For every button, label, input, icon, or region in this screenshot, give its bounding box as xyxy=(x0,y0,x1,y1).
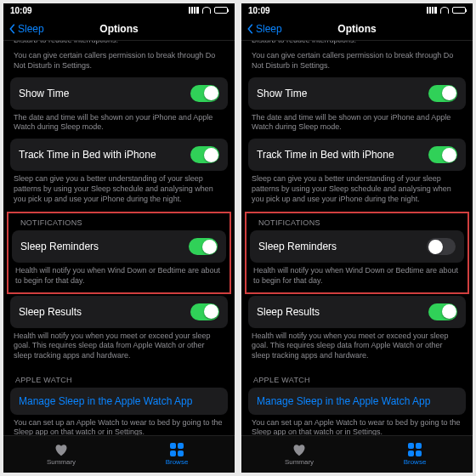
sleep-results-label: Sleep Results xyxy=(19,306,82,318)
track-time-desc: Sleep can give you a better understandin… xyxy=(241,171,473,210)
phone-right: 10:09 Sleep Options screen at your sched… xyxy=(241,3,473,473)
show-time-toggle[interactable] xyxy=(190,85,219,102)
scroll-area[interactable]: screen at your scheduled Bedtime. It wil… xyxy=(3,41,235,435)
sleep-reminders-label: Sleep Reminders xyxy=(258,241,337,252)
signal-icon xyxy=(427,7,437,14)
intro-text-1: screen at your scheduled Bedtime. It wil… xyxy=(3,41,235,51)
apple-watch-header: APPLE WATCH xyxy=(3,367,235,388)
chevron-left-icon xyxy=(8,24,16,34)
sleep-results-row: Sleep Results xyxy=(10,296,228,328)
chevron-left-icon xyxy=(246,24,254,34)
notifications-header: NOTIFICATIONS xyxy=(8,215,230,230)
show-time-toggle[interactable] xyxy=(428,85,457,102)
page-title: Options xyxy=(337,23,376,35)
highlight-box: NOTIFICATIONS Sleep Reminders Health wil… xyxy=(7,212,231,293)
battery-icon xyxy=(214,7,228,14)
back-label: Sleep xyxy=(18,23,44,35)
track-time-row: Track Time in Bed with iPhone xyxy=(248,139,466,171)
status-time: 10:09 xyxy=(248,6,270,15)
status-time: 10:09 xyxy=(10,6,32,15)
tab-summary-label: Summary xyxy=(285,458,314,466)
back-button[interactable]: Sleep xyxy=(8,17,44,40)
tab-bar: Summary Browse xyxy=(241,435,473,473)
manage-watch-desc: You can set up an Apple Watch to wear to… xyxy=(241,415,473,435)
phone-left: 10:09 Sleep Options screen at your sched… xyxy=(3,3,235,473)
intro-text-1: screen at your scheduled Bedtime. It wil… xyxy=(241,41,473,51)
notifications-header: NOTIFICATIONS xyxy=(246,215,468,230)
track-time-label: Track Time in Bed with iPhone xyxy=(257,149,394,161)
manage-watch-link: Manage Sleep in the Apple Watch App xyxy=(19,395,192,407)
tab-summary[interactable]: Summary xyxy=(241,436,357,473)
track-time-toggle[interactable] xyxy=(190,146,219,163)
tab-browse-label: Browse xyxy=(404,458,427,466)
grid-icon xyxy=(408,443,422,456)
sleep-reminders-label: Sleep Reminders xyxy=(20,241,99,252)
highlight-box: NOTIFICATIONS Sleep Reminders Health wil… xyxy=(245,212,469,293)
nav-bar: Sleep Options xyxy=(241,17,473,41)
status-bar: 10:09 xyxy=(241,3,473,17)
manage-watch-row[interactable]: Manage Sleep in the Apple Watch App xyxy=(248,388,466,415)
track-time-toggle[interactable] xyxy=(428,146,457,163)
nav-bar: Sleep Options xyxy=(3,17,235,41)
tab-browse[interactable]: Browse xyxy=(357,436,473,473)
tab-bar: Summary Browse xyxy=(3,435,235,473)
signal-icon xyxy=(189,7,199,14)
wifi-icon xyxy=(440,7,449,14)
show-time-row: Show Time xyxy=(248,77,466,110)
tab-summary[interactable]: Summary xyxy=(3,436,119,473)
manage-watch-row[interactable]: Manage Sleep in the Apple Watch App xyxy=(10,388,228,415)
sleep-reminders-desc: Health will notify you when Wind Down or… xyxy=(246,263,468,292)
heart-icon xyxy=(292,443,307,456)
sleep-reminders-row: Sleep Reminders xyxy=(12,230,226,263)
scroll-area[interactable]: screen at your scheduled Bedtime. It wil… xyxy=(241,41,473,435)
sleep-results-row: Sleep Results xyxy=(248,296,466,328)
back-button[interactable]: Sleep xyxy=(246,17,282,40)
intro-text-2: You can give certain callers permission … xyxy=(3,51,235,76)
page-title: Options xyxy=(99,23,138,35)
heart-icon xyxy=(54,443,69,456)
tab-browse[interactable]: Browse xyxy=(119,436,235,473)
show-time-desc: The date and time will be shown on your … xyxy=(3,110,235,139)
apple-watch-header: APPLE WATCH xyxy=(241,367,473,388)
sleep-results-toggle[interactable] xyxy=(428,303,457,320)
track-time-label: Track Time in Bed with iPhone xyxy=(19,149,156,161)
show-time-label: Show Time xyxy=(19,88,69,99)
status-bar: 10:09 xyxy=(3,3,235,17)
sleep-results-label: Sleep Results xyxy=(257,306,320,318)
sleep-reminders-desc: Health will notify you when Wind Down or… xyxy=(8,263,230,292)
track-time-row: Track Time in Bed with iPhone xyxy=(10,139,228,171)
show-time-desc: The date and time will be shown on your … xyxy=(241,110,473,139)
tab-browse-label: Browse xyxy=(166,458,189,466)
sleep-reminders-row: Sleep Reminders xyxy=(250,230,464,263)
sleep-results-desc: Health will notify you when you meet or … xyxy=(3,328,235,367)
show-time-label: Show Time xyxy=(257,88,307,99)
manage-watch-desc: You can set up an Apple Watch to wear to… xyxy=(3,415,235,435)
sleep-results-toggle[interactable] xyxy=(190,303,219,320)
wifi-icon xyxy=(202,7,211,14)
battery-icon xyxy=(452,7,466,14)
sleep-reminders-toggle[interactable] xyxy=(189,238,218,255)
intro-text-2: You can give certain callers permission … xyxy=(241,51,473,76)
back-label: Sleep xyxy=(256,23,282,35)
grid-icon xyxy=(170,443,184,456)
sleep-reminders-toggle[interactable] xyxy=(427,238,456,255)
tab-summary-label: Summary xyxy=(47,458,76,466)
show-time-row: Show Time xyxy=(10,77,228,110)
track-time-desc: Sleep can give you a better understandin… xyxy=(3,171,235,210)
manage-watch-link: Manage Sleep in the Apple Watch App xyxy=(257,395,430,407)
sleep-results-desc: Health will notify you when you meet or … xyxy=(241,328,473,367)
